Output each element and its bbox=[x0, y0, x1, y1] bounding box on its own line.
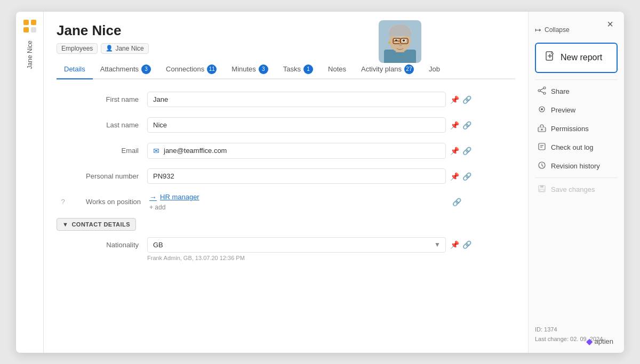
share-action[interactable]: Share bbox=[535, 82, 618, 101]
contact-details-toggle[interactable]: ▼ CONTACT DETAILS bbox=[57, 218, 136, 231]
nationality-actions: 📌 🔗 bbox=[450, 240, 471, 249]
new-report-button[interactable]: New report bbox=[535, 43, 618, 73]
pin-icon-3[interactable]: 📌 bbox=[450, 147, 459, 155]
pin-icon-2[interactable]: 📌 bbox=[450, 121, 459, 130]
tab-attachments[interactable]: Attachments 3 bbox=[93, 60, 158, 79]
personal-number-label: Personal number bbox=[57, 172, 147, 180]
tab-job[interactable]: Job bbox=[421, 60, 447, 79]
aptien-name: aptien bbox=[595, 337, 613, 345]
first-name-label: First name bbox=[57, 95, 147, 103]
divider-1 bbox=[535, 79, 618, 80]
pin-icon-4[interactable]: 📌 bbox=[450, 172, 459, 181]
save-icon bbox=[537, 184, 547, 195]
tab-attachments-badge: 3 bbox=[141, 64, 151, 74]
tab-tasks-badge: 1 bbox=[303, 64, 313, 74]
personal-number-actions: 📌 🔗 bbox=[450, 172, 471, 181]
svg-point-16 bbox=[388, 42, 390, 44]
app-logo bbox=[22, 18, 38, 36]
tab-activity-plans[interactable]: Activity plans 27 bbox=[354, 60, 421, 79]
new-report-label: New report bbox=[561, 53, 602, 62]
svg-rect-1 bbox=[31, 20, 36, 25]
tab-minutes[interactable]: Minutes 3 bbox=[224, 60, 276, 79]
link-icon-4[interactable]: 🔗 bbox=[462, 172, 471, 181]
permissions-icon bbox=[537, 124, 547, 134]
aptien-logo-icon: ◆ bbox=[586, 336, 593, 346]
email-icon: ✉ bbox=[153, 147, 159, 155]
nationality-row: Nationality GB US DE FR ▼ 📌 🔗 bbox=[57, 237, 515, 262]
svg-rect-0 bbox=[23, 20, 29, 25]
nationality-select[interactable]: GB US DE FR bbox=[147, 237, 446, 253]
breadcrumb: Employees 👤 Jane Nice bbox=[57, 43, 149, 54]
svg-point-26 bbox=[541, 108, 543, 110]
last-name-actions: 📌 🔗 bbox=[450, 121, 471, 130]
link-icon-6[interactable]: 🔗 bbox=[462, 240, 471, 249]
person-icon: 👤 bbox=[106, 45, 113, 52]
svg-rect-35 bbox=[540, 185, 543, 188]
svg-line-24 bbox=[540, 91, 543, 93]
header-left: Jane Nice Employees 👤 Jane Nice bbox=[57, 22, 149, 54]
breadcrumb-employees-label: Employees bbox=[61, 45, 93, 52]
contact-details-section: ▼ CONTACT DETAILS bbox=[57, 218, 515, 231]
add-position-link[interactable]: + add bbox=[149, 204, 448, 211]
position-label: Works on position bbox=[71, 198, 149, 206]
first-name-actions: 📌 🔗 bbox=[450, 95, 471, 104]
nationality-input-row: Nationality GB US DE FR ▼ 📌 🔗 bbox=[57, 237, 515, 253]
tab-notes[interactable]: Notes bbox=[321, 60, 354, 79]
last-name-label: Last name bbox=[57, 121, 147, 129]
page-title: Jane Nice bbox=[57, 22, 149, 39]
preview-action[interactable]: Preview bbox=[535, 101, 618, 119]
last-name-row: Last name 📌 🔗 bbox=[57, 116, 515, 135]
arrow-icon: → bbox=[149, 193, 157, 201]
nationality-label: Nationality bbox=[57, 241, 147, 249]
header: Jane Nice Employees 👤 Jane Nice bbox=[57, 22, 515, 54]
tab-connections-badge: 11 bbox=[207, 64, 217, 74]
link-icon-2[interactable]: 🔗 bbox=[462, 121, 471, 130]
link-icon-3[interactable]: 🔗 bbox=[462, 147, 471, 155]
email-row: Email ✉ jane@teamffice.com 📌 🔗 bbox=[57, 141, 515, 160]
personal-number-row: Personal number 📌 🔗 bbox=[57, 167, 515, 186]
checkout-log-action[interactable]: Check out log bbox=[535, 138, 618, 157]
new-report-icon bbox=[545, 51, 555, 64]
position-actions: 🔗 bbox=[452, 198, 461, 206]
help-icon: ? bbox=[57, 198, 69, 206]
position-row: ? Works on position → HR manager + add 🔗 bbox=[57, 192, 515, 212]
svg-rect-36 bbox=[540, 189, 544, 191]
personal-number-input[interactable] bbox=[147, 168, 446, 184]
email-actions: 📌 🔗 bbox=[450, 147, 471, 155]
position-wrapper: → HR manager + add bbox=[149, 193, 448, 211]
email-wrapper: ✉ jane@teamffice.com bbox=[147, 143, 446, 159]
email-value: jane@teamffice.com bbox=[164, 147, 227, 155]
email-label: Email bbox=[57, 147, 147, 155]
svg-point-22 bbox=[543, 92, 546, 94]
sidebar: Jane Nice bbox=[16, 12, 44, 353]
tabs: Details Attachments 3 Connections 11 Min… bbox=[57, 60, 515, 79]
link-icon-5[interactable]: 🔗 bbox=[452, 198, 461, 206]
nationality-hint: Frank Admin, GB, 13.07.20 12:36 PM bbox=[147, 253, 245, 262]
svg-rect-30 bbox=[539, 143, 545, 150]
pin-icon[interactable]: 📌 bbox=[450, 95, 459, 104]
revision-history-action[interactable]: Revision history bbox=[535, 157, 618, 175]
tab-tasks[interactable]: Tasks 1 bbox=[276, 60, 321, 79]
breadcrumb-jane-nice[interactable]: 👤 Jane Nice bbox=[101, 43, 148, 54]
link-icon[interactable]: 🔗 bbox=[462, 95, 471, 104]
svg-rect-2 bbox=[23, 27, 29, 33]
first-name-input[interactable] bbox=[147, 92, 446, 107]
close-button[interactable]: × bbox=[603, 17, 618, 32]
tab-activity-plans-badge: 27 bbox=[404, 64, 414, 74]
position-link[interactable]: → HR manager bbox=[149, 193, 448, 201]
first-name-row: First name 📌 🔗 bbox=[57, 90, 515, 109]
nationality-select-wrapper: GB US DE FR ▼ bbox=[147, 237, 446, 253]
permissions-action[interactable]: Permissions bbox=[535, 119, 618, 138]
right-panel: × ↦ Collapse New report bbox=[528, 12, 624, 353]
avatar bbox=[379, 20, 421, 63]
tab-details[interactable]: Details bbox=[57, 60, 93, 79]
svg-point-29 bbox=[541, 128, 543, 130]
breadcrumb-employees[interactable]: Employees bbox=[57, 43, 98, 54]
record-id: ID: 1374 bbox=[535, 325, 618, 335]
checkout-log-icon bbox=[537, 142, 547, 152]
tab-connections[interactable]: Connections 11 bbox=[158, 60, 224, 79]
pin-icon-5[interactable]: 📌 bbox=[450, 240, 459, 249]
svg-point-21 bbox=[538, 90, 540, 92]
last-name-input[interactable] bbox=[147, 117, 446, 133]
avatar-area bbox=[379, 20, 421, 63]
